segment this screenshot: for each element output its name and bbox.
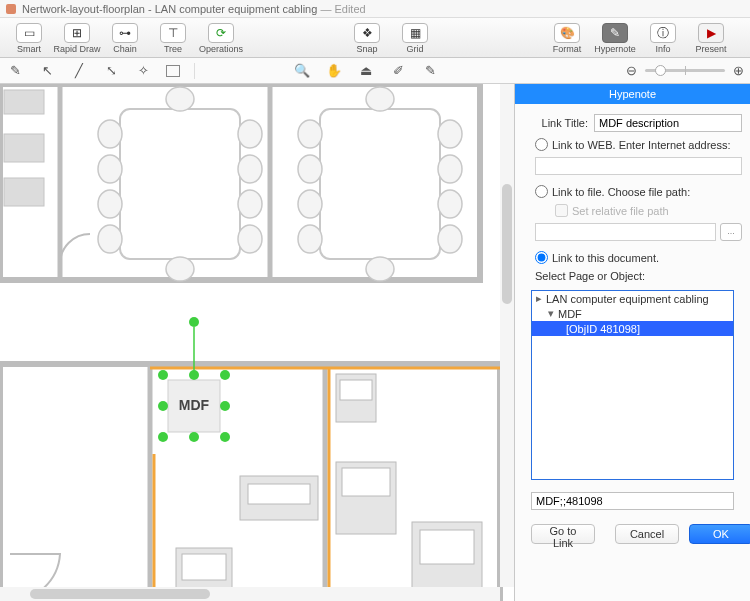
tree-button[interactable]: ⊤Tree — [150, 23, 196, 54]
snap-button[interactable]: ❖Snap — [344, 23, 390, 54]
link-web-radio[interactable] — [535, 138, 548, 151]
svg-rect-56 — [420, 530, 474, 564]
svg-rect-48 — [340, 380, 372, 400]
svg-point-22 — [298, 225, 322, 253]
svg-point-8 — [98, 120, 122, 148]
canvas-wrap: MDF — [0, 84, 514, 601]
floorplan-canvas[interactable]: MDF — [0, 84, 514, 601]
rapid-draw-button[interactable]: ⊞Rapid Draw — [54, 23, 100, 54]
svg-point-10 — [98, 190, 122, 218]
stamp-tool-icon[interactable]: ⏏ — [357, 63, 375, 79]
web-address-input[interactable] — [535, 157, 742, 175]
zoom-control: ⊖ ⊕ — [626, 63, 744, 78]
titlebar: Nertwork-layout-floorplan - LAN computer… — [0, 0, 750, 18]
zoom-out-icon[interactable]: ⊖ — [626, 63, 637, 78]
svg-point-25 — [438, 190, 462, 218]
link-file-radio[interactable] — [535, 185, 548, 198]
line-tool-icon[interactable]: ╱ — [70, 63, 88, 79]
draw-modes-group: ▭Smart ⊞Rapid Draw ⊶Chain ⊤Tree ⟳Operati… — [6, 23, 244, 54]
svg-point-21 — [298, 190, 322, 218]
svg-point-19 — [298, 120, 322, 148]
svg-point-43 — [189, 432, 199, 442]
zoom-in-icon[interactable]: ⊕ — [733, 63, 744, 78]
tree-row-mdf[interactable]: ▾MDF — [532, 306, 733, 321]
go-to-link-button[interactable]: Go to Link — [531, 524, 595, 544]
browse-button[interactable]: ... — [720, 223, 742, 241]
cancel-button[interactable]: Cancel — [615, 524, 679, 544]
link-file-label: Link to file. Choose file path: — [552, 186, 690, 198]
wand-tool-icon[interactable]: ✧ — [134, 63, 152, 79]
rect-tool-icon[interactable] — [166, 65, 180, 77]
ok-button[interactable]: OK — [689, 524, 750, 544]
svg-rect-6 — [4, 178, 44, 206]
link-web-label: Link to WEB. Enter Internet address: — [552, 139, 731, 151]
brush-icon[interactable]: ✎ — [421, 63, 439, 79]
chain-button[interactable]: ⊶Chain — [102, 23, 148, 54]
doc-subtitle: LAN computer equipment cabling — [155, 3, 318, 15]
svg-rect-54 — [182, 554, 226, 580]
right-group: 🎨Format ✎Hypernote ⓘInfo ▶Present — [544, 23, 734, 54]
svg-point-42 — [158, 432, 168, 442]
relative-path-label: Set relative file path — [572, 205, 669, 217]
svg-point-27 — [366, 87, 394, 111]
svg-point-37 — [158, 370, 168, 380]
svg-rect-4 — [4, 90, 44, 114]
svg-rect-18 — [320, 109, 440, 259]
relative-path-checkbox[interactable] — [555, 204, 568, 217]
svg-point-39 — [220, 370, 230, 380]
present-button[interactable]: ▶Present — [688, 23, 734, 54]
svg-point-24 — [438, 155, 462, 183]
hypernote-panel: Hypenote Link Title: Link to WEB. Enter … — [514, 84, 750, 601]
hypernote-button[interactable]: ✎Hypernote — [592, 23, 638, 54]
info-button[interactable]: ⓘInfo — [640, 23, 686, 54]
svg-point-23 — [438, 120, 462, 148]
svg-point-45 — [189, 317, 199, 327]
svg-rect-50 — [248, 484, 310, 504]
doc-name: Nertwork-layout-floorplan — [22, 3, 145, 15]
svg-point-40 — [158, 401, 168, 411]
app-icon — [6, 4, 16, 14]
result-input[interactable] — [531, 492, 734, 510]
connector-tool-icon[interactable]: ⤡ — [102, 63, 120, 79]
svg-point-26 — [438, 225, 462, 253]
panel-title: Hypenote — [515, 84, 750, 104]
horizontal-scrollbar[interactable] — [0, 587, 500, 601]
hand-tool-icon[interactable]: ✋ — [325, 63, 343, 79]
smart-button[interactable]: ▭Smart — [6, 23, 52, 54]
svg-point-17 — [166, 257, 194, 281]
edited-indicator: — Edited — [320, 3, 365, 15]
eyedropper-icon[interactable]: ✐ — [389, 63, 407, 79]
grid-button[interactable]: ▦Grid — [392, 23, 438, 54]
pointer-tool-icon[interactable]: ✎ — [6, 63, 24, 79]
file-path-input[interactable] — [535, 223, 716, 241]
select-page-label: Select Page or Object: — [523, 270, 742, 282]
svg-point-16 — [166, 87, 194, 111]
view-group: ❖Snap ▦Grid — [344, 23, 438, 54]
svg-rect-52 — [342, 468, 390, 496]
svg-point-13 — [238, 155, 262, 183]
object-tree[interactable]: ▸LAN computer equipment cabling ▾MDF [Ob… — [531, 290, 734, 480]
tree-row-root[interactable]: ▸LAN computer equipment cabling — [532, 291, 733, 306]
vertical-scrollbar[interactable] — [500, 84, 514, 587]
link-title-label: Link Title: — [523, 117, 588, 129]
svg-point-41 — [220, 401, 230, 411]
svg-point-28 — [366, 257, 394, 281]
svg-rect-5 — [4, 134, 44, 162]
tree-row-obj-selected[interactable]: [ObjID 481098] — [532, 321, 733, 336]
svg-point-11 — [98, 225, 122, 253]
link-document-radio[interactable] — [535, 251, 548, 264]
search-icon[interactable]: 🔍 — [293, 63, 311, 79]
select-tool-icon[interactable]: ↖ — [38, 63, 56, 79]
window-title: Nertwork-layout-floorplan - LAN computer… — [22, 3, 366, 15]
format-button[interactable]: 🎨Format — [544, 23, 590, 54]
svg-point-12 — [238, 120, 262, 148]
link-document-label: Link to this document. — [552, 252, 659, 264]
svg-rect-7 — [120, 109, 240, 259]
svg-text:MDF: MDF — [179, 397, 210, 413]
operations-button[interactable]: ⟳Operations — [198, 23, 244, 54]
main-area: MDF Hy — [0, 84, 750, 601]
link-title-input[interactable] — [594, 114, 742, 132]
zoom-slider[interactable] — [645, 69, 725, 72]
svg-point-9 — [98, 155, 122, 183]
svg-point-20 — [298, 155, 322, 183]
